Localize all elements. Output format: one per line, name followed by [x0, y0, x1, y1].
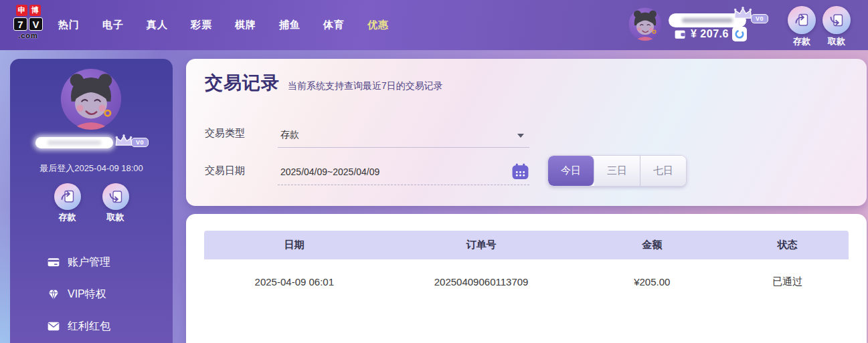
nav-item-hot[interactable]: 热门 [47, 19, 91, 31]
brand-cn-2: 博 [29, 5, 41, 16]
nav-item-lottery[interactable]: 彩票 [179, 19, 224, 31]
deposit-button-sidebar[interactable]: 存款 [52, 183, 84, 223]
calendar-icon[interactable] [511, 162, 529, 181]
balance-amount: ¥ 207.6 [691, 28, 729, 40]
withdraw-button-sidebar[interactable]: 取款 [100, 183, 132, 223]
brand-cn-1: 申 [16, 5, 27, 16]
deposit-label: 存款 [793, 35, 810, 47]
table-header-amount: 金额 [578, 239, 726, 251]
refresh-balance-button[interactable] [732, 27, 747, 41]
transaction-date-value: 2025/04/09~2025/04/09 [280, 166, 379, 177]
sidebar-menu: 账户管理 VIP特权 红利红包 [10, 246, 173, 342]
range-button-seven-days[interactable]: 七日 [640, 156, 686, 186]
username-masked [35, 137, 113, 148]
nav-item-live[interactable]: 真人 [135, 19, 179, 31]
brand-tld: .com [18, 31, 38, 39]
wallet-icon [673, 27, 687, 41]
bank-card-icon [47, 255, 60, 269]
transaction-table: 日期 订单号 金额 状态 2025-04-09 06:01 2025040906… [204, 231, 849, 304]
chevron-down-icon [517, 134, 524, 138]
sidebar-item-account-management[interactable]: 账户管理 [10, 246, 173, 278]
last-login-text: 最后登入2025-04-09 18:00 [10, 162, 173, 175]
table-row: 2025-04-09 06:01 20250409060113709 ¥205.… [204, 259, 849, 304]
withdraw-label: 取款 [828, 35, 845, 47]
profile-sidebar: V0 最后登入2025-04-09 18:00 存款 取款 [10, 59, 173, 343]
brand-num: 7 [13, 17, 27, 31]
brand-letter: V [29, 17, 43, 31]
nav-item-promo[interactable]: 优惠 [356, 19, 400, 31]
transaction-type-label: 交易类型 [205, 127, 272, 140]
date-range-buttons: 今日 三日 七日 [547, 155, 687, 187]
sidebar-item-label: VIP特权 [68, 288, 106, 302]
range-button-today[interactable]: 今日 [548, 156, 594, 186]
user-avatar[interactable] [628, 7, 662, 41]
table-header-date: 日期 [204, 239, 385, 251]
cell-status: 已通过 [726, 275, 849, 288]
sidebar-user-avatar[interactable] [60, 68, 122, 130]
page-title: 交易记录 [205, 71, 280, 95]
transaction-date-input[interactable]: 2025/04/09~2025/04/09 [278, 160, 529, 185]
nav-item-chess[interactable]: 棋牌 [224, 19, 268, 31]
vip-level-badge: V0 [751, 14, 768, 23]
transaction-filter-card: 交易记录 当前系统支持查询最近7日的交易记录 交易类型 存款 交易日期 2025… [186, 59, 867, 206]
sidebar-quick-actions: 存款 取款 [10, 183, 173, 223]
refresh-icon [734, 29, 745, 39]
withdraw-icon [102, 183, 129, 210]
transaction-type-value: 存款 [280, 129, 299, 141]
withdraw-icon [822, 6, 851, 34]
nav-item-electronic[interactable]: 电子 [91, 19, 135, 31]
deposit-label: 存款 [59, 211, 76, 223]
deposit-icon [54, 183, 81, 210]
range-button-three-days[interactable]: 三日 [594, 156, 640, 186]
gem-icon [47, 288, 60, 301]
table-header-order-no: 订单号 [385, 239, 578, 251]
table-header-row: 日期 订单号 金额 状态 [204, 231, 849, 259]
deposit-button-top[interactable]: 存款 [786, 6, 818, 47]
transaction-type-select[interactable]: 存款 [278, 123, 529, 148]
sidebar-item-vip-privilege[interactable]: VIP特权 [10, 278, 173, 310]
nav-item-sports[interactable]: 体育 [312, 19, 356, 31]
avatar-cartoon-icon [60, 68, 122, 130]
vip-level-badge: V0 [131, 138, 149, 147]
card-header: 交易记录 当前系统支持查询最近7日的交易记录 [205, 71, 443, 95]
username-blur [682, 18, 733, 23]
envelope-icon [47, 320, 60, 333]
cell-amount: ¥205.00 [578, 276, 726, 288]
sidebar-item-bonus-redpacket[interactable]: 红利红包 [10, 310, 173, 342]
brand-logo[interactable]: 申 博 7 V .com [8, 5, 48, 39]
balance-row: ¥ 207.6 [673, 27, 747, 41]
brand-logo-cn: 申 博 [16, 5, 41, 16]
transaction-table-card: 日期 订单号 金额 状态 2025-04-09 06:01 2025040906… [186, 214, 867, 343]
deposit-icon [788, 6, 816, 34]
sidebar-item-label: 红利红包 [68, 320, 110, 334]
username-blur [48, 140, 101, 145]
withdraw-button-top[interactable]: 取款 [820, 6, 853, 47]
page-subtitle: 当前系统支持查询最近7日的交易记录 [288, 80, 443, 95]
cell-date: 2025-04-09 06:01 [204, 276, 385, 288]
avatar-cartoon-icon [628, 7, 662, 41]
nav-item-fishing[interactable]: 捕鱼 [268, 19, 312, 31]
cell-order-no: 20250409060113709 [385, 276, 578, 288]
main-nav: 热门 电子 真人 彩票 棋牌 捕鱼 体育 优惠 [47, 0, 400, 50]
table-header-status: 状态 [726, 239, 849, 251]
sidebar-item-label: 账户管理 [68, 255, 110, 269]
top-navbar: 申 博 7 V .com 热门 电子 真人 彩票 棋牌 捕鱼 体育 优惠 [0, 0, 868, 50]
sidebar-user-row: V0 [10, 132, 173, 152]
transaction-date-label: 交易日期 [205, 164, 272, 177]
brand-logo-7v: 7 V [13, 17, 43, 31]
withdraw-label: 取款 [107, 211, 124, 223]
